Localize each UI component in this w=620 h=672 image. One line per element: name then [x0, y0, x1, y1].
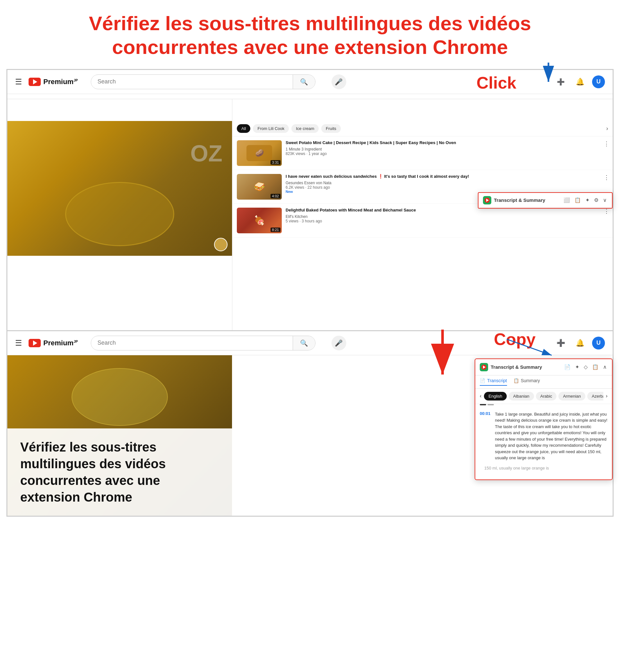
transcript-text-1: Take 1 large orange. Beautiful and juicy… — [495, 411, 608, 461]
video-thumb-3: 🍖 8:21 — [237, 208, 282, 233]
tp-logo — [483, 196, 491, 204]
yt-section-2: ☰ PremiumJP 🔍 🎤 ➕ 🔔 U — [7, 330, 613, 516]
transcript-entry-1: 00:01 Take 1 large orange. Beautiful and… — [480, 411, 608, 461]
tp-panel-title: Transcript & Summary — [494, 197, 560, 203]
video-meta-3: 5 views · 3 hours ago — [286, 219, 608, 223]
tp2-ai-button[interactable]: ✦ — [574, 363, 580, 371]
tp-copy-button[interactable]: 📋 — [574, 196, 581, 204]
user-avatar-button[interactable]: U — [592, 75, 605, 88]
scroll-dot-2 — [487, 404, 494, 405]
lang-nav-left[interactable]: ‹ — [480, 393, 481, 399]
yt-logo-icon-2 — [29, 339, 41, 347]
tp-settings-button[interactable]: ⚙ — [593, 196, 599, 204]
video-meta-2: 6.2K views · 22 hours ago — [286, 185, 608, 190]
yt-play-icon-2 — [33, 341, 37, 346]
tp-expand-button[interactable]: ∨ — [602, 196, 608, 204]
tp-ai-button[interactable]: ✦ — [585, 196, 590, 204]
create-video-button-2[interactable]: ➕ — [554, 336, 568, 350]
tp-logo-play-icon — [486, 199, 489, 202]
yt-search-bar[interactable]: 🔍 — [91, 74, 315, 89]
yt-bottom-video[interactable]: Vérifiez les sous-titres multilingues de… — [7, 355, 232, 516]
search-button-2[interactable]: 🔍 — [293, 336, 315, 350]
video-oz-text: OZ — [190, 140, 222, 166]
tab-summary[interactable]: 📋 Summary — [513, 378, 540, 386]
video-channel-2: Gesundes Essen von Nata — [286, 181, 608, 185]
lang-pill-azerbaijani[interactable]: Azerbaijani — [587, 392, 603, 401]
page-header: Vérifiez les sous-titres multilingues de… — [0, 0, 620, 69]
filter-pill-fruits[interactable]: Fruits — [321, 124, 341, 133]
tp2-logo — [480, 363, 488, 371]
yt-right-panel: All From Lili Cook Ice cream Fruits › 🥔 … — [232, 99, 613, 330]
video-more-button-1[interactable]: ⋮ — [604, 140, 609, 147]
section2-right: Transcript & Summary 📄 ✦ ◇ 📋 ∧ 📄 — [232, 355, 613, 516]
main-video-thumbnail[interactable]: OZ — [7, 121, 232, 256]
tp2-transcript-icon[interactable]: 📄 — [564, 363, 571, 371]
tp2-collapse-button[interactable]: ∧ — [602, 363, 608, 371]
user-avatar-button-2[interactable]: U — [592, 337, 605, 350]
video-more-button-2[interactable]: ⋮ — [604, 174, 609, 181]
mic-button-2[interactable]: 🎤 — [331, 336, 346, 351]
video-duration-3: 8:21 — [270, 227, 280, 232]
tp2-bookmark-button[interactable]: ◇ — [583, 363, 588, 371]
filter-nav-button[interactable]: › — [606, 125, 608, 132]
tp2-icon-buttons: 📄 ✦ ◇ 📋 ∧ — [564, 363, 608, 371]
lang-pills-row: English Albanian Arabic Armenian Azerbai… — [484, 392, 603, 401]
filter-pill-icecream[interactable]: Ice cream — [292, 124, 319, 133]
tab-transcript[interactable]: 📄 Transcript — [480, 378, 507, 386]
video-list-item-1[interactable]: 🥔 3:31 Sweet Potato Mini Cake | Dessert … — [232, 137, 613, 170]
lang-pill-arabic[interactable]: Arabic — [536, 392, 557, 401]
blue-down-arrow-svg — [539, 63, 558, 88]
yt-search-bar-2[interactable]: 🔍 — [91, 336, 315, 351]
search-input[interactable] — [91, 75, 293, 88]
transcript-tab-icon: 📄 — [480, 378, 485, 383]
video-channel-3: Elif's Kitchen — [286, 214, 608, 219]
tp2-play-icon — [483, 366, 485, 369]
video-meta-1: 823K views · 1 year ago — [286, 151, 608, 156]
video-channel-1: 1 Minute 3 Ingredient — [286, 147, 608, 151]
tp2-logo-inner — [481, 365, 486, 370]
yt-section-content-1: OZ All From Lili Cook Ice cream Fruits › — [7, 99, 613, 330]
search-input-2[interactable] — [91, 336, 293, 350]
copy-label: Copy — [494, 329, 535, 349]
filter-pills-bar: All From Lili Cook Ice cream Fruits › — [232, 121, 613, 137]
lang-pill-albanian[interactable]: Albanian — [509, 392, 534, 401]
yt-section-1: ☰ PremiumJP 🔍 🎤 — [7, 99, 613, 330]
video-title-2: I have never eaten such delicious sandwi… — [286, 174, 608, 179]
transcript-time-1[interactable]: 00:01 — [480, 411, 490, 461]
video-title-1: Sweet Potato Mini Cake | Dessert Recipe … — [286, 140, 608, 146]
tp2-header: Transcript & Summary 📄 ✦ ◇ 📋 ∧ — [475, 359, 612, 375]
hamburger-icon[interactable]: ☰ — [15, 77, 22, 86]
hamburger-icon-2[interactable]: ☰ — [15, 339, 22, 348]
yt-nav-icons: ➕ 🔔 U — [549, 75, 605, 89]
yt-navbar-1: ☰ PremiumJP 🔍 🎤 — [7, 70, 613, 94]
video-info-3: Delightful Baked Potatoes with Minced Me… — [286, 208, 608, 233]
lang-pill-armenian[interactable]: Armenian — [558, 392, 585, 401]
transcript-panel-header: Transcript & Summary ⬜ 📋 ✦ ⚙ ∨ — [478, 193, 612, 208]
video-duration-1: 3:31 — [270, 160, 280, 165]
mic-button[interactable]: 🎤 — [331, 74, 346, 89]
bottom-overlay-title: Vérifiez les sous-titres multilingues de… — [20, 439, 219, 506]
yt-logo-sup: JP — [73, 78, 78, 82]
notification-button[interactable]: 🔔 — [573, 75, 587, 89]
search-button[interactable]: 🔍 — [293, 75, 315, 89]
transcript-entry-2: 150 ml, usually one large orange is — [480, 465, 608, 471]
filter-pill-all[interactable]: All — [237, 124, 250, 133]
page-title: Vérifiez les sous-titres multilingues de… — [19, 11, 601, 59]
yt-logo-sup-2: JP — [73, 339, 78, 343]
channel-avatar — [214, 238, 227, 251]
summary-tab-label: Summary — [521, 378, 540, 383]
notification-button-2[interactable]: 🔔 — [573, 336, 587, 350]
filter-pill-lili[interactable]: From Lili Cook — [253, 124, 289, 133]
video-list-item-3[interactable]: 🍖 8:21 Delightful Baked Potatoes with Mi… — [232, 204, 613, 238]
main-container: YouTube Summary with ChatGPT & Claude ☰ … — [6, 69, 614, 517]
transcript-panel-1: Transcript & Summary ⬜ 📋 ✦ ⚙ ∨ — [478, 192, 613, 209]
lang-nav-right[interactable]: › — [606, 393, 608, 399]
video-more-button-3[interactable]: ⋮ — [604, 208, 609, 215]
tp-share-button[interactable]: ⬜ — [563, 196, 571, 204]
transcript-tab-label: Transcript — [487, 378, 507, 383]
lang-pill-english[interactable]: English — [484, 392, 507, 401]
bottom-bowl-graphic — [71, 368, 168, 426]
tp2-copy-button[interactable]: 📋 — [591, 363, 599, 371]
tp-icon-buttons: ⬜ 📋 ✦ ⚙ ∨ — [563, 196, 608, 204]
transcript-content[interactable]: 00:01 Take 1 large orange. Beautiful and… — [475, 407, 612, 480]
